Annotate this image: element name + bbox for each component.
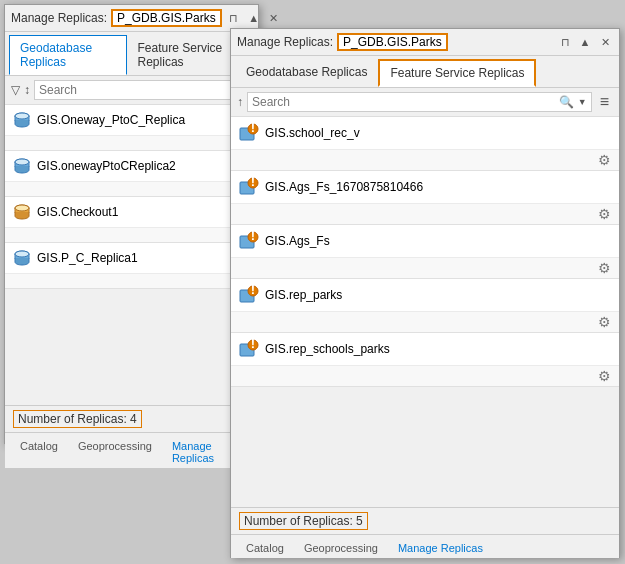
list-item: GIS.P_C_Replica1 ▼: [5, 243, 258, 289]
replica-sub-row: ▼: [5, 227, 258, 242]
svg-text:!: !: [251, 285, 255, 297]
search-bar-2: 🔍 ▼: [247, 92, 592, 112]
svg-text:!: !: [251, 177, 255, 189]
window-2: Manage Replicas: P_GDB.GIS.Parks ⊓ ▲ ✕ G…: [230, 28, 620, 558]
bottom-tabs-1: Catalog Geoprocessing Manage Replicas: [5, 432, 258, 468]
pin-button-2[interactable]: ⊓: [557, 34, 573, 50]
bottom-tab-catalog-2[interactable]: Catalog: [237, 538, 293, 558]
toolbar-2: ↑ 🔍 ▼ ≡: [231, 88, 619, 117]
svg-point-7: [15, 251, 29, 257]
replica-count-1: Number of Replicas: 4: [13, 410, 142, 428]
window-controls-1: ⊓ ▲ ✕: [226, 10, 282, 26]
window-1: Manage Replicas: P_GDB.GIS.Parks ⊓ ▲ ✕ G…: [4, 4, 259, 444]
bottom-tab-manage-2[interactable]: Manage Replicas: [389, 538, 492, 558]
replica-sub-row: ▼: [5, 135, 258, 150]
search-bar-1: [34, 80, 252, 100]
gear-icon[interactable]: ⚙: [598, 368, 611, 384]
replica-row[interactable]: ! GIS.Ags_Fs_1670875810466: [231, 171, 619, 203]
search-input-1[interactable]: [39, 83, 247, 97]
replica-name: GIS.onewayPtoCReplica2: [37, 159, 176, 173]
replica-name: GIS.Ags_Fs: [265, 234, 330, 248]
replica-name: GIS.rep_parks: [265, 288, 342, 302]
replica-sub-row: ⚙: [231, 149, 619, 170]
replica-name: GIS.school_rec_v: [265, 126, 360, 140]
fs-replica-icon: !: [239, 177, 259, 197]
replica-name: GIS.rep_schools_parks: [265, 342, 390, 356]
toolbar-1: ▽ ↕: [5, 76, 258, 105]
replica-name: GIS.P_C_Replica1: [37, 251, 138, 265]
fs-replica-icon: !: [239, 123, 259, 143]
search-input-2[interactable]: [252, 95, 555, 109]
list-item: GIS.Checkout1 ▼: [5, 197, 258, 243]
title-db-1: P_GDB.GIS.Parks: [111, 9, 222, 27]
replica-row[interactable]: GIS.onewayPtoCReplica2: [5, 151, 258, 181]
db-replica-icon: [13, 203, 31, 221]
bottom-tabs-2: Catalog Geoprocessing Manage Replicas: [231, 534, 619, 558]
title-prefix-1: Manage Replicas:: [11, 11, 107, 25]
status-bar-1: Number of Replicas: 4: [5, 405, 258, 432]
tabs-bar-1: Geodatabase Replicas Feature Service Rep…: [5, 32, 258, 76]
replica-list-2: ! GIS.school_rec_v ⚙ ! GIS.Ags_Fs_167087…: [231, 117, 619, 507]
title-bar-1: Manage Replicas: P_GDB.GIS.Parks ⊓ ▲ ✕: [5, 5, 258, 32]
tab-geodatabase-1[interactable]: Geodatabase Replicas: [9, 35, 127, 75]
dropdown-arrow-icon-2[interactable]: ▼: [578, 97, 587, 107]
close-button-1[interactable]: ✕: [266, 10, 282, 26]
list-item: ! GIS.school_rec_v ⚙: [231, 117, 619, 171]
replica-row[interactable]: ! GIS.Ags_Fs: [231, 225, 619, 257]
list-item: GIS.onewayPtoCReplica2 ▼: [5, 151, 258, 197]
list-item: ! GIS.rep_parks ⚙: [231, 279, 619, 333]
replica-list-1: GIS.Oneway_PtoC_Replica ▼ GIS.onewayPtoC…: [5, 105, 258, 405]
close-button-2[interactable]: ✕: [597, 34, 613, 50]
replica-sub-row: ⚙: [231, 365, 619, 386]
db-replica-icon: [13, 157, 31, 175]
svg-text:!: !: [251, 123, 255, 135]
replica-name: GIS.Ags_Fs_1670875810466: [265, 180, 423, 194]
filter-icon-1: ▽: [11, 83, 20, 97]
pin-button-1[interactable]: ⊓: [226, 10, 242, 26]
sort-icon-1: ↕: [24, 83, 30, 97]
gear-icon[interactable]: ⚙: [598, 314, 611, 330]
fs-replica-icon: !: [239, 285, 259, 305]
tab-geodatabase-2[interactable]: Geodatabase Replicas: [235, 59, 378, 87]
replica-name: GIS.Oneway_PtoC_Replica: [37, 113, 185, 127]
replica-sub-row: ▼: [5, 181, 258, 196]
db-replica-icon: [13, 111, 31, 129]
minimize-button-1[interactable]: ▲: [246, 10, 262, 26]
bottom-tab-geoprocessing-2[interactable]: Geoprocessing: [295, 538, 387, 558]
bottom-tab-geoprocessing-1[interactable]: Geoprocessing: [69, 436, 161, 468]
replica-sub-row: ▼: [5, 273, 258, 288]
search-icon-2[interactable]: 🔍: [559, 95, 574, 109]
list-item: ! GIS.Ags_Fs ⚙: [231, 225, 619, 279]
tabs-bar-2: Geodatabase Replicas Feature Service Rep…: [231, 56, 619, 88]
list-item: ! GIS.Ags_Fs_1670875810466 ⚙: [231, 171, 619, 225]
replica-row[interactable]: GIS.P_C_Replica1: [5, 243, 258, 273]
replica-row[interactable]: GIS.Checkout1: [5, 197, 258, 227]
replica-count-2: Number of Replicas: 5: [239, 512, 368, 530]
title-bar-2: Manage Replicas: P_GDB.GIS.Parks ⊓ ▲ ✕: [231, 29, 619, 56]
gear-icon[interactable]: ⚙: [598, 152, 611, 168]
svg-text:!: !: [251, 339, 255, 351]
fs-replica-icon: !: [239, 339, 259, 359]
replica-sub-row: ⚙: [231, 203, 619, 224]
svg-point-3: [15, 159, 29, 165]
tab-feature-2[interactable]: Feature Service Replicas: [378, 59, 536, 87]
sort-icon-2: ↑: [237, 95, 243, 109]
minimize-button-2[interactable]: ▲: [577, 34, 593, 50]
svg-point-1: [15, 113, 29, 119]
status-bar-2: Number of Replicas: 5: [231, 507, 619, 534]
menu-icon-2[interactable]: ≡: [596, 93, 613, 111]
replica-row[interactable]: ! GIS.school_rec_v: [231, 117, 619, 149]
gear-icon[interactable]: ⚙: [598, 260, 611, 276]
bottom-tab-catalog-1[interactable]: Catalog: [11, 436, 67, 468]
replica-row[interactable]: GIS.Oneway_PtoC_Replica: [5, 105, 258, 135]
svg-point-5: [15, 205, 29, 211]
list-item: GIS.Oneway_PtoC_Replica ▼: [5, 105, 258, 151]
gear-icon[interactable]: ⚙: [598, 206, 611, 222]
replica-sub-row: ⚙: [231, 257, 619, 278]
replica-row[interactable]: ! GIS.rep_schools_parks: [231, 333, 619, 365]
fs-replica-icon: !: [239, 231, 259, 251]
svg-text:!: !: [251, 231, 255, 243]
replica-row[interactable]: ! GIS.rep_parks: [231, 279, 619, 311]
replica-sub-row: ⚙: [231, 311, 619, 332]
db-replica-icon: [13, 249, 31, 267]
